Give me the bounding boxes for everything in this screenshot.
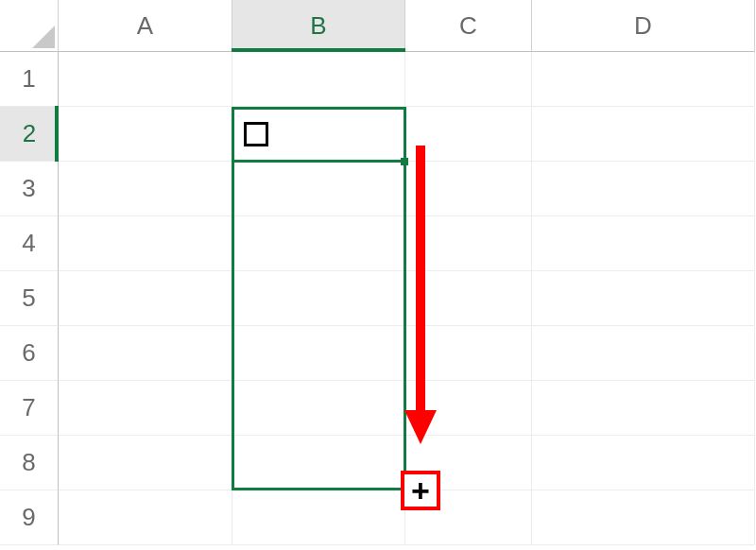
row-header-4[interactable]: 4 <box>0 216 59 271</box>
row-header-6[interactable]: 6 <box>0 326 59 381</box>
cells-area <box>59 52 755 545</box>
column-header-B[interactable]: B <box>232 0 405 52</box>
cell-B7[interactable] <box>232 381 405 436</box>
cell-C9[interactable] <box>405 490 532 545</box>
cell-C6[interactable] <box>405 326 532 381</box>
column-headers: A B C D <box>59 0 755 52</box>
select-all-corner[interactable] <box>0 0 59 52</box>
cell-D5[interactable] <box>532 271 755 326</box>
row-header-7[interactable]: 7 <box>0 381 59 436</box>
row-headers: 1 2 3 4 5 6 7 8 9 <box>0 52 59 545</box>
cell-C8[interactable] <box>405 436 532 490</box>
cell-D2[interactable] <box>532 107 755 162</box>
row-header-9[interactable]: 9 <box>0 490 59 545</box>
cell-B5[interactable] <box>232 271 405 326</box>
cell-A8[interactable] <box>59 436 232 490</box>
cell-A3[interactable] <box>59 162 232 216</box>
cell-A6[interactable] <box>59 326 232 381</box>
row-header-2[interactable]: 2 <box>0 107 59 162</box>
cell-D7[interactable] <box>532 381 755 436</box>
cell-C3[interactable] <box>405 162 532 216</box>
fill-handle[interactable] <box>401 158 408 165</box>
cell-C2[interactable] <box>405 107 532 162</box>
cell-C4[interactable] <box>405 216 532 271</box>
row-header-8[interactable]: 8 <box>0 436 59 490</box>
cell-B4[interactable] <box>232 216 405 271</box>
cell-A9[interactable] <box>59 490 232 545</box>
column-header-C[interactable]: C <box>405 0 532 52</box>
cell-B1[interactable] <box>232 52 405 107</box>
cell-B9[interactable] <box>232 490 405 545</box>
cell-D9[interactable] <box>532 490 755 545</box>
cell-C1[interactable] <box>405 52 532 107</box>
cell-C7[interactable] <box>405 381 532 436</box>
row-header-3[interactable]: 3 <box>0 162 59 216</box>
column-header-D[interactable]: D <box>532 0 755 52</box>
cell-D3[interactable] <box>532 162 755 216</box>
cell-D6[interactable] <box>532 326 755 381</box>
cell-D8[interactable] <box>532 436 755 490</box>
cell-C5[interactable] <box>405 271 532 326</box>
cell-D1[interactable] <box>532 52 755 107</box>
spreadsheet-grid: A B C D 1 2 3 4 5 6 7 8 9 <box>0 0 756 550</box>
cell-A4[interactable] <box>59 216 232 271</box>
cell-A2[interactable] <box>59 107 232 162</box>
cell-B3[interactable] <box>232 162 405 216</box>
row-header-1[interactable]: 1 <box>0 52 59 107</box>
cell-B8[interactable] <box>232 436 405 490</box>
cell-A1[interactable] <box>59 52 232 107</box>
cell-B6[interactable] <box>232 326 405 381</box>
column-header-A[interactable]: A <box>59 0 232 52</box>
svg-marker-0 <box>32 26 55 48</box>
cell-A5[interactable] <box>59 271 232 326</box>
select-all-triangle-icon <box>32 26 55 48</box>
cell-D4[interactable] <box>532 216 755 271</box>
checkbox-icon[interactable] <box>244 122 268 146</box>
cell-A7[interactable] <box>59 381 232 436</box>
row-header-5[interactable]: 5 <box>0 271 59 326</box>
